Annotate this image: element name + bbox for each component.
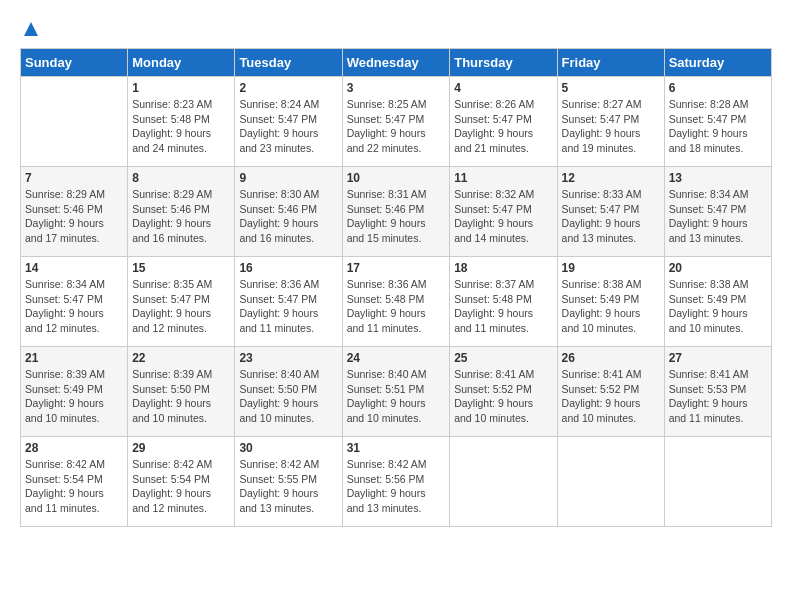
- day-number: 8: [132, 171, 230, 185]
- calendar-cell: [664, 437, 771, 527]
- day-number: 20: [669, 261, 767, 275]
- day-info: Sunrise: 8:35 AMSunset: 5:47 PMDaylight:…: [132, 277, 230, 336]
- svg-marker-0: [24, 22, 38, 36]
- calendar-cell: 19Sunrise: 8:38 AMSunset: 5:49 PMDayligh…: [557, 257, 664, 347]
- calendar-cell: [450, 437, 557, 527]
- calendar: SundayMondayTuesdayWednesdayThursdayFrid…: [20, 48, 772, 527]
- calendar-cell: 7Sunrise: 8:29 AMSunset: 5:46 PMDaylight…: [21, 167, 128, 257]
- day-info: Sunrise: 8:39 AMSunset: 5:50 PMDaylight:…: [132, 367, 230, 426]
- calendar-cell: 21Sunrise: 8:39 AMSunset: 5:49 PMDayligh…: [21, 347, 128, 437]
- weekday-header-sunday: Sunday: [21, 49, 128, 77]
- day-info: Sunrise: 8:24 AMSunset: 5:47 PMDaylight:…: [239, 97, 337, 156]
- day-info: Sunrise: 8:36 AMSunset: 5:47 PMDaylight:…: [239, 277, 337, 336]
- calendar-cell: 14Sunrise: 8:34 AMSunset: 5:47 PMDayligh…: [21, 257, 128, 347]
- day-info: Sunrise: 8:30 AMSunset: 5:46 PMDaylight:…: [239, 187, 337, 246]
- day-number: 11: [454, 171, 552, 185]
- day-info: Sunrise: 8:38 AMSunset: 5:49 PMDaylight:…: [562, 277, 660, 336]
- day-number: 27: [669, 351, 767, 365]
- day-info: Sunrise: 8:42 AMSunset: 5:54 PMDaylight:…: [25, 457, 123, 516]
- calendar-cell: 29Sunrise: 8:42 AMSunset: 5:54 PMDayligh…: [128, 437, 235, 527]
- day-number: 28: [25, 441, 123, 455]
- day-number: 1: [132, 81, 230, 95]
- calendar-cell: 17Sunrise: 8:36 AMSunset: 5:48 PMDayligh…: [342, 257, 450, 347]
- day-info: Sunrise: 8:29 AMSunset: 5:46 PMDaylight:…: [25, 187, 123, 246]
- calendar-cell: 5Sunrise: 8:27 AMSunset: 5:47 PMDaylight…: [557, 77, 664, 167]
- calendar-cell: 2Sunrise: 8:24 AMSunset: 5:47 PMDaylight…: [235, 77, 342, 167]
- logo-icon: [22, 20, 40, 38]
- day-info: Sunrise: 8:37 AMSunset: 5:48 PMDaylight:…: [454, 277, 552, 336]
- day-number: 24: [347, 351, 446, 365]
- day-info: Sunrise: 8:26 AMSunset: 5:47 PMDaylight:…: [454, 97, 552, 156]
- day-number: 29: [132, 441, 230, 455]
- day-info: Sunrise: 8:25 AMSunset: 5:47 PMDaylight:…: [347, 97, 446, 156]
- calendar-cell: 10Sunrise: 8:31 AMSunset: 5:46 PMDayligh…: [342, 167, 450, 257]
- weekday-header-friday: Friday: [557, 49, 664, 77]
- day-number: 6: [669, 81, 767, 95]
- day-info: Sunrise: 8:42 AMSunset: 5:56 PMDaylight:…: [347, 457, 446, 516]
- day-number: 26: [562, 351, 660, 365]
- day-number: 17: [347, 261, 446, 275]
- day-number: 16: [239, 261, 337, 275]
- day-number: 22: [132, 351, 230, 365]
- day-info: Sunrise: 8:42 AMSunset: 5:55 PMDaylight:…: [239, 457, 337, 516]
- day-number: 19: [562, 261, 660, 275]
- weekday-header-monday: Monday: [128, 49, 235, 77]
- calendar-cell: 15Sunrise: 8:35 AMSunset: 5:47 PMDayligh…: [128, 257, 235, 347]
- day-info: Sunrise: 8:36 AMSunset: 5:48 PMDaylight:…: [347, 277, 446, 336]
- calendar-cell: 16Sunrise: 8:36 AMSunset: 5:47 PMDayligh…: [235, 257, 342, 347]
- calendar-cell: 23Sunrise: 8:40 AMSunset: 5:50 PMDayligh…: [235, 347, 342, 437]
- day-number: 7: [25, 171, 123, 185]
- weekday-header-row: SundayMondayTuesdayWednesdayThursdayFrid…: [21, 49, 772, 77]
- day-number: 3: [347, 81, 446, 95]
- calendar-cell: 26Sunrise: 8:41 AMSunset: 5:52 PMDayligh…: [557, 347, 664, 437]
- day-info: Sunrise: 8:40 AMSunset: 5:51 PMDaylight:…: [347, 367, 446, 426]
- day-info: Sunrise: 8:41 AMSunset: 5:52 PMDaylight:…: [562, 367, 660, 426]
- day-info: Sunrise: 8:34 AMSunset: 5:47 PMDaylight:…: [25, 277, 123, 336]
- day-info: Sunrise: 8:41 AMSunset: 5:52 PMDaylight:…: [454, 367, 552, 426]
- day-info: Sunrise: 8:41 AMSunset: 5:53 PMDaylight:…: [669, 367, 767, 426]
- week-row-5: 28Sunrise: 8:42 AMSunset: 5:54 PMDayligh…: [21, 437, 772, 527]
- day-info: Sunrise: 8:33 AMSunset: 5:47 PMDaylight:…: [562, 187, 660, 246]
- day-number: 10: [347, 171, 446, 185]
- logo: [20, 20, 40, 38]
- calendar-cell: 25Sunrise: 8:41 AMSunset: 5:52 PMDayligh…: [450, 347, 557, 437]
- weekday-header-saturday: Saturday: [664, 49, 771, 77]
- day-info: Sunrise: 8:28 AMSunset: 5:47 PMDaylight:…: [669, 97, 767, 156]
- day-info: Sunrise: 8:23 AMSunset: 5:48 PMDaylight:…: [132, 97, 230, 156]
- day-number: 4: [454, 81, 552, 95]
- day-number: 30: [239, 441, 337, 455]
- day-number: 23: [239, 351, 337, 365]
- day-number: 13: [669, 171, 767, 185]
- week-row-2: 7Sunrise: 8:29 AMSunset: 5:46 PMDaylight…: [21, 167, 772, 257]
- calendar-cell: 30Sunrise: 8:42 AMSunset: 5:55 PMDayligh…: [235, 437, 342, 527]
- day-info: Sunrise: 8:34 AMSunset: 5:47 PMDaylight:…: [669, 187, 767, 246]
- day-number: 5: [562, 81, 660, 95]
- day-info: Sunrise: 8:31 AMSunset: 5:46 PMDaylight:…: [347, 187, 446, 246]
- calendar-cell: 6Sunrise: 8:28 AMSunset: 5:47 PMDaylight…: [664, 77, 771, 167]
- day-info: Sunrise: 8:27 AMSunset: 5:47 PMDaylight:…: [562, 97, 660, 156]
- calendar-cell: 22Sunrise: 8:39 AMSunset: 5:50 PMDayligh…: [128, 347, 235, 437]
- calendar-cell: 27Sunrise: 8:41 AMSunset: 5:53 PMDayligh…: [664, 347, 771, 437]
- calendar-cell: [21, 77, 128, 167]
- day-number: 25: [454, 351, 552, 365]
- day-number: 21: [25, 351, 123, 365]
- day-number: 15: [132, 261, 230, 275]
- day-number: 18: [454, 261, 552, 275]
- week-row-3: 14Sunrise: 8:34 AMSunset: 5:47 PMDayligh…: [21, 257, 772, 347]
- week-row-4: 21Sunrise: 8:39 AMSunset: 5:49 PMDayligh…: [21, 347, 772, 437]
- calendar-cell: 12Sunrise: 8:33 AMSunset: 5:47 PMDayligh…: [557, 167, 664, 257]
- day-number: 31: [347, 441, 446, 455]
- calendar-cell: 18Sunrise: 8:37 AMSunset: 5:48 PMDayligh…: [450, 257, 557, 347]
- calendar-cell: 20Sunrise: 8:38 AMSunset: 5:49 PMDayligh…: [664, 257, 771, 347]
- calendar-cell: 4Sunrise: 8:26 AMSunset: 5:47 PMDaylight…: [450, 77, 557, 167]
- calendar-cell: 31Sunrise: 8:42 AMSunset: 5:56 PMDayligh…: [342, 437, 450, 527]
- day-number: 12: [562, 171, 660, 185]
- calendar-cell: 9Sunrise: 8:30 AMSunset: 5:46 PMDaylight…: [235, 167, 342, 257]
- weekday-header-tuesday: Tuesday: [235, 49, 342, 77]
- calendar-cell: 11Sunrise: 8:32 AMSunset: 5:47 PMDayligh…: [450, 167, 557, 257]
- day-info: Sunrise: 8:38 AMSunset: 5:49 PMDaylight:…: [669, 277, 767, 336]
- day-info: Sunrise: 8:42 AMSunset: 5:54 PMDaylight:…: [132, 457, 230, 516]
- day-info: Sunrise: 8:40 AMSunset: 5:50 PMDaylight:…: [239, 367, 337, 426]
- calendar-cell: 28Sunrise: 8:42 AMSunset: 5:54 PMDayligh…: [21, 437, 128, 527]
- day-info: Sunrise: 8:39 AMSunset: 5:49 PMDaylight:…: [25, 367, 123, 426]
